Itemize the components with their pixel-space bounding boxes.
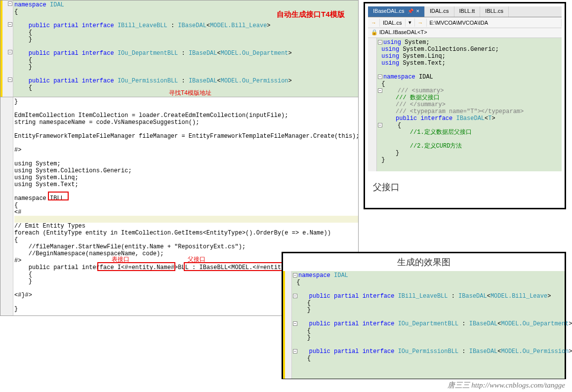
- tab-bar: IBaseDAL.cs📌× IDAL.cs IBLL.tt IBLL.cs: [368, 6, 562, 17]
- nav-bar: → IDAL.cs ▾ → E:\MVCOA\MVCOA\IDA: [368, 17, 562, 28]
- tab-ibllcs[interactable]: IBLL.cs: [480, 6, 509, 17]
- fold-icon[interactable]: −: [378, 40, 382, 44]
- parent-label: 父接口: [373, 181, 562, 193]
- red-box-tpl1: [97, 262, 175, 271]
- fold-icon[interactable]: −: [378, 75, 382, 79]
- tab-ibasedal[interactable]: IBaseDAL.cs📌×: [368, 6, 425, 17]
- fold-icon[interactable]: −: [378, 88, 382, 93]
- fold-icon[interactable]: −: [378, 123, 382, 127]
- fold-icon[interactable]: −: [8, 50, 12, 54]
- red-box-ibll: [48, 192, 69, 200]
- fold-icon[interactable]: −: [8, 22, 12, 27]
- red-box-tpl2: [184, 262, 291, 271]
- gutter: [0, 97, 13, 316]
- gutter: [368, 38, 377, 171]
- nav-project[interactable]: IDAL.cs: [380, 19, 406, 27]
- gutter: − − − −: [0, 0, 13, 97]
- bottom-panel: 生成的效果图 −namespace IDAL { − public partia…: [282, 252, 566, 379]
- nav-dropdown-icon[interactable]: ▾: [406, 18, 415, 27]
- watermark: 唐三三 http://www.cnblogs.com/tangge: [448, 381, 565, 390]
- pin-icon[interactable]: 📌: [408, 8, 413, 14]
- fold-icon[interactable]: −: [8, 1, 12, 6]
- close-icon[interactable]: ×: [416, 8, 419, 14]
- right-panel: IBaseDAL.cs📌× IDAL.cs IBLL.tt IBLL.cs → …: [364, 2, 566, 209]
- ns-name: IDAL: [50, 1, 64, 8]
- tab-iblltt[interactable]: IBLL.tt: [454, 6, 481, 17]
- fold-icon[interactable]: −: [293, 273, 297, 277]
- bottom-code-area[interactable]: −namespace IDAL { − public partial inter…: [283, 271, 565, 379]
- member-dropdown[interactable]: 🔒 IDAL.IBaseDAL<T>: [368, 28, 562, 38]
- nav-path[interactable]: E:\MVCOA\MVCOA\IDA: [427, 19, 562, 27]
- nav-arrow-icon[interactable]: →: [415, 19, 427, 27]
- nav-arrow-icon[interactable]: →: [368, 19, 380, 27]
- annotation-auto-gen: 自动生成接口T4模版: [277, 10, 345, 19]
- fold-icon[interactable]: −: [293, 294, 297, 298]
- fold-icon[interactable]: −: [293, 349, 297, 353]
- gutter: [283, 271, 292, 379]
- effect-title: 生成的效果图: [283, 253, 565, 271]
- right-code-area[interactable]: −using System; using System.Collections.…: [368, 38, 562, 171]
- tab-idal[interactable]: IDAL.cs: [425, 6, 454, 17]
- annotation-find-t4: 寻找T4模版地址: [169, 89, 211, 97]
- fold-icon[interactable]: −: [293, 321, 297, 326]
- fold-icon[interactable]: −: [8, 78, 12, 82]
- kw-namespace: namespace: [14, 1, 46, 8]
